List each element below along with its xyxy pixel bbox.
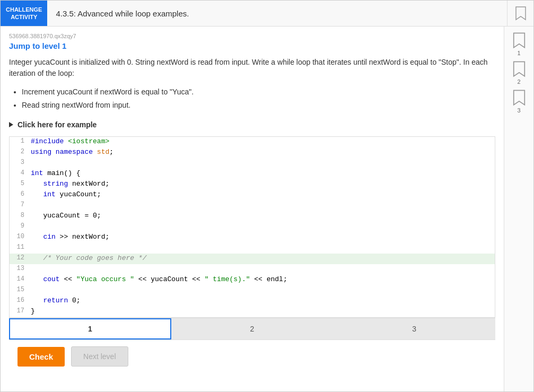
bookmark-icon — [514, 6, 527, 21]
sidebar-bookmark-3-icon — [512, 89, 527, 106]
level-tab-3[interactable]: 3 — [333, 318, 495, 339]
example-toggle[interactable]: Click here for example — [9, 120, 495, 129]
sidebar-level-1[interactable]: 1 — [512, 32, 527, 56]
check-button[interactable]: Check — [17, 347, 65, 367]
code-line-6: 6 int yucaCount; — [10, 190, 495, 201]
code-line-7: 7 — [10, 201, 495, 211]
sidebar-level-2-num: 2 — [517, 79, 520, 85]
code-line-5: 5 string nextWord; — [10, 179, 495, 190]
header: CHALLENGE ACTIVITY 4.3.5: Advanced while… — [1, 1, 533, 27]
sidebar-bookmark-1-icon — [512, 32, 527, 49]
bullet-item-2: Read string nextWord from input. — [22, 99, 495, 112]
code-line-4: 4 int main() { — [10, 169, 495, 179]
right-sidebar: 1 2 3 — [504, 27, 533, 391]
code-line-3: 3 — [10, 158, 495, 169]
sidebar-level-3-num: 3 — [517, 107, 520, 114]
code-line-11: 11 — [10, 243, 495, 254]
code-line-10: 10 cin >> nextWord; — [10, 232, 495, 243]
bullet-item-1: Increment yucaCount if nextWord is equal… — [22, 85, 495, 99]
app-container: CHALLENGE ACTIVITY 4.3.5: Advanced while… — [0, 0, 534, 392]
bullet-list: Increment yucaCount if nextWord is equal… — [22, 85, 495, 112]
badge-line2: ACTIVITY — [6, 13, 42, 21]
main-content: 536968.3881970.qx3zqy7 Jump to level 1 I… — [1, 27, 533, 391]
level-tab-2[interactable]: 2 — [171, 318, 334, 339]
code-line-9: 9 — [10, 222, 495, 232]
jump-to-level-link[interactable]: Jump to level 1 — [9, 41, 495, 50]
code-block: 1 #include <iostream> 2 using namespace … — [9, 136, 495, 318]
sidebar-level-2[interactable]: 2 — [512, 60, 527, 85]
code-line-17: 17 } — [10, 307, 495, 317]
code-line-12: 12 /* Your code goes here */ — [10, 254, 495, 264]
header-title: 4.3.5: Advanced while loop examples. — [47, 9, 507, 18]
level-tab-1[interactable]: 1 — [9, 318, 171, 339]
code-line-1: 1 #include <iostream> — [10, 137, 495, 147]
next-level-button[interactable]: Next level — [71, 346, 128, 367]
code-line-16: 16 return 0; — [10, 296, 495, 307]
bottom-bar: Check Next level — [9, 339, 495, 373]
level-tabs: 1 2 3 — [9, 318, 495, 339]
code-line-15: 15 — [10, 285, 495, 296]
example-toggle-label: Click here for example — [17, 120, 97, 129]
description-text: Integer yucaCount is initialized with 0.… — [9, 57, 495, 79]
code-line-2: 2 using namespace std; — [10, 147, 495, 158]
code-line-14: 14 cout << "Yuca occurs " << yucaCount <… — [10, 275, 495, 285]
code-line-13: 13 — [10, 264, 495, 275]
badge-line1: CHALLENGE — [6, 6, 42, 13]
sidebar-level-3[interactable]: 3 — [512, 89, 527, 114]
sidebar-level-1-num: 1 — [517, 50, 520, 56]
triangle-icon — [9, 122, 13, 127]
sidebar-bookmark-2-icon — [512, 60, 527, 77]
left-panel: 536968.3881970.qx3zqy7 Jump to level 1 I… — [1, 27, 504, 391]
challenge-activity-badge: CHALLENGE ACTIVITY — [1, 1, 47, 26]
bookmark-button[interactable] — [507, 1, 533, 26]
session-id: 536968.3881970.qx3zqy7 — [9, 33, 495, 39]
code-line-8: 8 yucaCount = 0; — [10, 211, 495, 222]
